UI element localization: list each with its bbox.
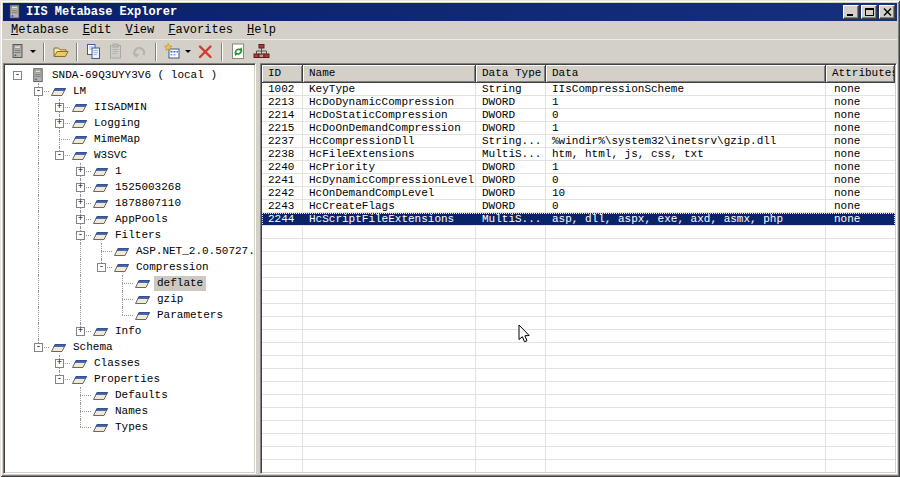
tree-node-label[interactable]: Info [112,324,144,339]
cell-id: 2241 [262,174,303,186]
dropdown-caret-icon[interactable] [30,50,36,53]
expand-toggle[interactable]: + [55,119,64,128]
tree-node-label[interactable]: deflate [154,276,206,291]
tree-node-classes[interactable]: +Classes [7,355,255,371]
column-header-data[interactable]: Data [546,65,826,83]
tree-node-gzip[interactable]: gzip [7,291,255,307]
column-header-type[interactable]: Data Type [476,65,546,83]
list-row-2241[interactable]: 2241HcDynamicCompressionLevelDWORD0none [262,174,895,187]
collapse-toggle[interactable]: - [97,263,106,272]
tree-node-label[interactable]: gzip [154,292,186,307]
list-row-2213[interactable]: 2213HcDoDynamicCompressionDWORD1none [262,96,895,109]
tree-node-1525003268[interactable]: +1525003268 [7,179,255,195]
tree-node-asp-net-2-0-50727-0[interactable]: ASP.NET_2.0.50727.0 [7,243,255,259]
collapse-toggle[interactable]: - [34,87,43,96]
tree-node-label[interactable]: Names [112,404,151,419]
tree-node-lm[interactable]: -LM [7,83,255,99]
view-tree-button[interactable] [250,41,273,63]
tree-node-label[interactable]: ASP.NET_2.0.50727.0 [133,244,256,259]
copy-button[interactable] [82,41,105,63]
list-row-2240[interactable]: 2240HcPriorityDWORD1none [262,161,895,174]
tree-node-label[interactable]: IISADMIN [91,100,150,115]
collapse-toggle[interactable]: - [34,343,43,352]
tree-indent [28,163,49,179]
list-row-2244[interactable]: 2244HcScriptFileExtensionsMultiS...asp, … [262,213,895,226]
list-row-2214[interactable]: 2214HcDoStaticCompressionDWORD0none [262,109,895,122]
tree-node-iisadmin[interactable]: +IISADMIN [7,99,255,115]
list-row-2242[interactable]: 2242HcOnDemandCompLevelDWORD10none [262,187,895,200]
refresh-button[interactable] [227,41,250,63]
tree-node-label[interactable]: Logging [91,116,143,131]
menu-edit[interactable]: Edit [76,22,119,39]
expand-toggle[interactable]: + [76,183,85,192]
tree-node-mimemap[interactable]: MimeMap [7,131,255,147]
tree-node-deflate[interactable]: deflate [7,275,255,291]
tree-node-w3svc[interactable]: -W3SVC [7,147,255,163]
tree-node-label[interactable]: Parameters [154,308,226,323]
tree-node-label[interactable]: SNDA-69Q3UYY3V6 ( local ) [49,68,220,83]
tree-node-label[interactable]: LM [70,84,89,99]
menu-view[interactable]: View [118,22,161,39]
column-header-id[interactable]: ID [262,65,303,83]
tree-node-label[interactable]: Defaults [112,388,171,403]
tree-node-types[interactable]: Types [7,419,255,435]
tree-node-schema[interactable]: -Schema [7,339,255,355]
list-row-2215[interactable]: 2215HcDoOnDemandCompressionDWORD1none [262,122,895,135]
collapse-toggle[interactable]: - [13,71,22,80]
tree-node-label[interactable]: 1525003268 [112,180,184,195]
expand-toggle[interactable]: + [76,199,85,208]
list-row-2238[interactable]: 2238HcFileExtensionsMultiS...htm, html, … [262,148,895,161]
tree-node-parameters[interactable]: Parameters [7,307,255,323]
new-key-button[interactable] [161,41,194,63]
tree-node-1878807110[interactable]: +1878807110 [7,195,255,211]
tree-indent [7,291,28,307]
tree-node-label[interactable]: Schema [70,340,116,355]
tree-node-label[interactable]: MimeMap [91,132,143,147]
tree-node-label[interactable]: AppPools [112,212,171,227]
tree-node-info[interactable]: +Info [7,323,255,339]
collapse-toggle[interactable]: - [55,375,64,384]
menu-metabase[interactable]: Metabase [4,22,76,39]
tree-node-label[interactable]: W3SVC [91,148,130,163]
column-header-name[interactable]: Name [303,65,476,83]
collapse-toggle[interactable]: - [76,231,85,240]
column-header-attributes[interactable]: Attributes [826,65,895,83]
tree-node-defaults[interactable]: Defaults [7,387,255,403]
minimize-button[interactable] [843,5,859,19]
tree-node-label[interactable]: Properties [91,372,163,387]
expand-toggle[interactable]: + [76,167,85,176]
tree-node-label[interactable]: Filters [112,228,164,243]
tree-node-names[interactable]: Names [7,403,255,419]
tree-node-label[interactable]: 1878807110 [112,196,184,211]
list-row-2237[interactable]: 2237HcCompressionDllString...%windir%\sy… [262,135,895,148]
expand-toggle[interactable]: + [76,327,85,336]
expand-toggle[interactable]: + [55,359,64,368]
expand-toggle[interactable]: + [76,215,85,224]
tree-node-compression[interactable]: -Compression [7,259,255,275]
menu-favorites[interactable]: Favorites [161,22,240,39]
delete-button[interactable] [194,41,217,63]
expand-toggle[interactable]: + [55,103,64,112]
tree-node-filters[interactable]: -Filters [7,227,255,243]
list-row-1002[interactable]: 1002KeyTypeStringIIsCompressionSchemenon… [262,83,895,96]
collapse-toggle[interactable]: - [55,151,64,160]
connect-server-button[interactable] [6,41,39,63]
menu-help[interactable]: Help [240,22,283,39]
tree-node-1[interactable]: +1 [7,163,255,179]
tree-node-label[interactable]: Classes [91,356,143,371]
tree-node-snda-69q3uyy3v6-local[interactable]: -SNDA-69Q3UYY3V6 ( local ) [7,67,255,83]
tree-node-label[interactable]: Types [112,420,151,435]
dropdown-caret-icon[interactable] [185,50,191,53]
tree-indent [7,83,28,99]
tree-connector [112,291,133,307]
open-key-button[interactable] [49,41,72,63]
tree-indent [7,387,28,403]
maximize-button[interactable] [861,5,877,19]
tree-node-logging[interactable]: +Logging [7,115,255,131]
tree-node-apppools[interactable]: +AppPools [7,211,255,227]
tree-node-label[interactable]: 1 [112,164,125,179]
close-button[interactable] [879,5,895,19]
tree-node-label[interactable]: Compression [133,260,212,275]
list-row-2243[interactable]: 2243HcCreateFlagsDWORD0none [262,200,895,213]
tree-node-properties[interactable]: -Properties [7,371,255,387]
